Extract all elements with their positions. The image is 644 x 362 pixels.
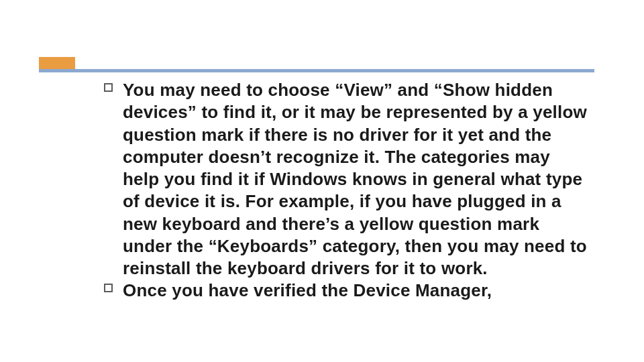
- square-bullet-icon: [104, 284, 113, 292]
- list-item: You may need to choose “View” and “Show …: [104, 79, 587, 280]
- accent-bar: [39, 57, 75, 69]
- slide-container: You may need to choose “View” and “Show …: [0, 0, 644, 362]
- divider-line: [39, 69, 594, 72]
- list-item: Once you have verified the Device Manage…: [104, 280, 587, 302]
- bullet-text: You may need to choose “View” and “Show …: [123, 79, 587, 280]
- bullet-text: Once you have verified the Device Manage…: [123, 280, 587, 302]
- content-area: You may need to choose “View” and “Show …: [104, 79, 587, 302]
- square-bullet-icon: [104, 83, 113, 92]
